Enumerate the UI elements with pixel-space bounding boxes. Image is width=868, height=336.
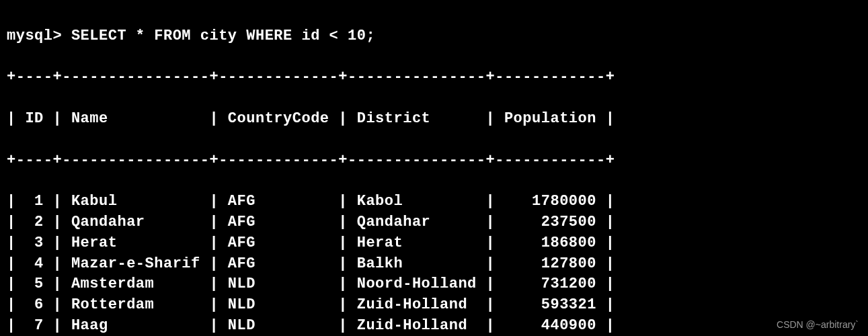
watermark-text: CSDN @~arbitrary` xyxy=(777,319,859,332)
sql-query: SELECT * FROM city WHERE id < 10; xyxy=(71,28,375,44)
table-row: | 1 | Kabul | AFG | Kabol | 1780000 | xyxy=(7,192,861,212)
table-border-mid: +----+----------------+-------------+---… xyxy=(7,151,861,171)
mysql-terminal: mysql> SELECT * FROM city WHERE id < 10;… xyxy=(7,5,861,336)
table-row: | 2 | Qandahar | AFG | Qandahar | 237500… xyxy=(7,212,861,233)
table-border-top: +----+----------------+-------------+---… xyxy=(7,67,861,88)
table-body: | 1 | Kabul | AFG | Kabol | 1780000 || 2… xyxy=(7,192,861,336)
table-header: | ID | Name | CountryCode | District | P… xyxy=(7,109,861,130)
table-row: | 7 | Haag | NLD | Zuid-Holland | 440900… xyxy=(7,316,861,336)
table-row: | 6 | Rotterdam | NLD | Zuid-Holland | 5… xyxy=(7,295,861,316)
query-line: mysql> SELECT * FROM city WHERE id < 10; xyxy=(7,26,861,47)
table-row: | 3 | Herat | AFG | Herat | 186800 | xyxy=(7,233,861,254)
mysql-prompt: mysql> xyxy=(7,28,62,44)
table-row: | 4 | Mazar-e-Sharif | AFG | Balkh | 127… xyxy=(7,254,861,275)
table-row: | 5 | Amsterdam | NLD | Noord-Holland | … xyxy=(7,274,861,295)
